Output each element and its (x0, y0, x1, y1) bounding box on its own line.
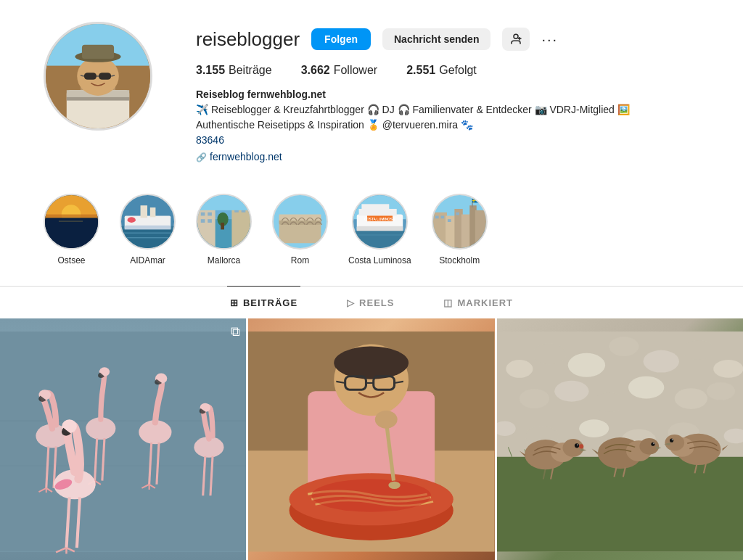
svg-point-139 (567, 353, 604, 377)
svg-rect-10 (99, 73, 111, 80)
more-button[interactable]: ··· (541, 31, 558, 48)
bio-line2: Authentische Reisetipps & Inspiration 🏅 … (196, 118, 699, 133)
svg-point-149 (707, 382, 735, 400)
svg-text:COSTA LUMINOSA: COSTA LUMINOSA (364, 218, 395, 221)
tab-beitraege[interactable]: ⊞ BEITRÄGE (227, 286, 300, 318)
svg-rect-47 (197, 195, 250, 210)
tabs-section: ⊞ BEITRÄGE ▷ REELS ◫ MARKIERT (0, 286, 743, 318)
svg-point-145 (554, 381, 588, 402)
svg-point-138 (533, 343, 565, 364)
story-item[interactable]: AIDAmar (120, 194, 176, 265)
svg-point-167 (579, 444, 583, 448)
reels-icon: ▷ (347, 297, 355, 308)
tab-beitraege-label: BEITRÄGE (243, 297, 297, 308)
post-item[interactable] (248, 318, 494, 560)
add-user-button[interactable] (502, 28, 530, 51)
svg-rect-33 (121, 229, 174, 248)
following-stat[interactable]: 2.551 Gefolgt (406, 64, 477, 77)
svg-point-134 (375, 411, 398, 429)
svg-rect-7 (67, 97, 129, 101)
posts-stat[interactable]: 3.155 Beiträge (196, 64, 272, 77)
story-label: AIDAmar (130, 255, 165, 265)
svg-rect-24 (45, 218, 98, 248)
svg-rect-41 (201, 213, 205, 216)
posts-label: Beiträge (229, 64, 272, 77)
svg-point-123 (334, 347, 409, 379)
tab-markiert[interactable]: ◫ MARKIERT (440, 287, 516, 318)
link-icon: 🔗 (196, 151, 207, 164)
svg-rect-59 (361, 204, 389, 210)
svg-point-16 (514, 34, 518, 38)
story-item[interactable]: COSTA LUMINOSA Costa Luminosa (348, 194, 411, 265)
story-label: Rom (291, 255, 309, 265)
story-item[interactable]: Ostsee (44, 194, 99, 265)
bio-name: Reiseblog fernwehblog.net (196, 87, 699, 102)
avatar[interactable] (44, 22, 152, 131)
svg-rect-76 (435, 215, 439, 218)
tab-reels[interactable]: ▷ REELS (344, 287, 397, 318)
svg-rect-78 (448, 219, 451, 222)
followers-stat[interactable]: 3.662 Follower (301, 64, 378, 77)
svg-rect-44 (208, 219, 212, 223)
svg-point-147 (628, 376, 664, 399)
post-item[interactable]: ⧉ (0, 318, 246, 560)
story-item[interactable]: Mallorca (196, 194, 252, 265)
multi-photo-icon: ⧉ (231, 324, 240, 339)
posts-grid: ⧉ (0, 318, 743, 560)
svg-rect-42 (208, 213, 212, 216)
bio-line3[interactable]: 83646 (196, 133, 699, 148)
svg-rect-71 (475, 210, 486, 248)
svg-point-170 (639, 438, 659, 455)
svg-point-137 (506, 360, 533, 378)
bio-line1: ✈️ Reiseblogger & Kreuzfahrtblogger 🎧 DJ… (196, 102, 699, 118)
tab-reels-label: REELS (359, 297, 394, 308)
svg-point-177 (665, 435, 684, 451)
story-label: Costa Luminosa (348, 255, 411, 265)
svg-rect-39 (197, 209, 215, 248)
tag-icon: ◫ (443, 297, 453, 308)
follow-button[interactable]: Folgen (311, 28, 371, 50)
story-label: Ostsee (57, 255, 85, 265)
story-item[interactable]: Stockholm (432, 194, 488, 265)
profile-info: reiseblogger Folgen Nachricht senden ···… (196, 22, 699, 165)
message-button[interactable]: Nachricht senden (382, 28, 490, 50)
svg-point-141 (643, 350, 678, 373)
profile-section: reiseblogger Folgen Nachricht senden ···… (0, 0, 743, 179)
bio-website-link[interactable]: 🔗 fernwehblog.net (196, 149, 699, 165)
svg-rect-79 (456, 213, 459, 215)
svg-rect-15 (82, 45, 114, 59)
svg-point-32 (128, 217, 136, 223)
svg-rect-9 (84, 73, 97, 80)
svg-point-146 (593, 392, 624, 412)
svg-point-148 (674, 388, 707, 409)
story-label: Stockholm (439, 255, 480, 265)
svg-point-179 (671, 439, 673, 440)
svg-rect-156 (497, 457, 743, 552)
stats-row: 3.155 Beiträge 3.662 Follower 2.551 Gefo… (196, 64, 699, 77)
svg-line-13 (111, 75, 115, 76)
svg-point-133 (389, 482, 401, 489)
svg-rect-77 (440, 215, 444, 218)
post-item[interactable] (497, 318, 743, 560)
svg-point-163 (575, 443, 579, 448)
posts-count: 3.155 (196, 64, 225, 77)
bio-section: Reiseblog fernwehblog.net ✈️ Reiseblogge… (196, 87, 699, 165)
story-item[interactable]: Rom (272, 194, 328, 265)
svg-rect-30 (141, 205, 147, 218)
followers-label: Follower (334, 64, 377, 77)
svg-point-143 (713, 360, 743, 378)
svg-rect-31 (150, 207, 156, 217)
bio-link-text: fernwehblog.net (210, 149, 282, 165)
svg-point-178 (670, 439, 673, 442)
svg-rect-69 (461, 215, 471, 248)
stories-section: Ostsee AIDAmar (0, 179, 743, 286)
following-label: Gefolgt (439, 64, 477, 77)
svg-point-142 (682, 340, 715, 360)
svg-rect-62 (353, 231, 406, 248)
svg-point-171 (651, 442, 654, 446)
following-count: 2.551 (406, 64, 435, 77)
profile-top-row: reiseblogger Folgen Nachricht senden ··· (196, 28, 699, 51)
tab-markiert-label: MARKIERT (457, 297, 513, 308)
story-label: Mallorca (208, 255, 240, 265)
svg-rect-49 (221, 223, 224, 229)
